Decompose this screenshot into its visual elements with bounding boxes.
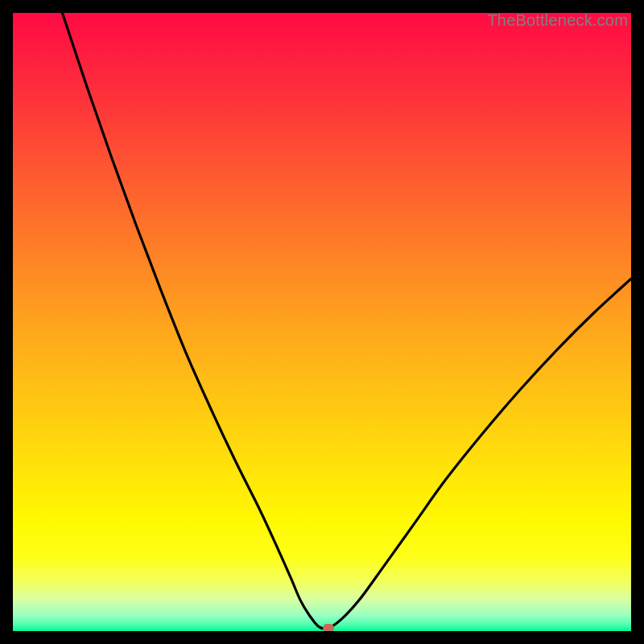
curve-plot	[13, 13, 631, 631]
chart-frame: TheBottleneck.com	[13, 13, 631, 631]
plot-area	[13, 13, 631, 631]
watermark-text: TheBottleneck.com	[487, 11, 628, 30]
optimum-marker	[323, 624, 334, 631]
